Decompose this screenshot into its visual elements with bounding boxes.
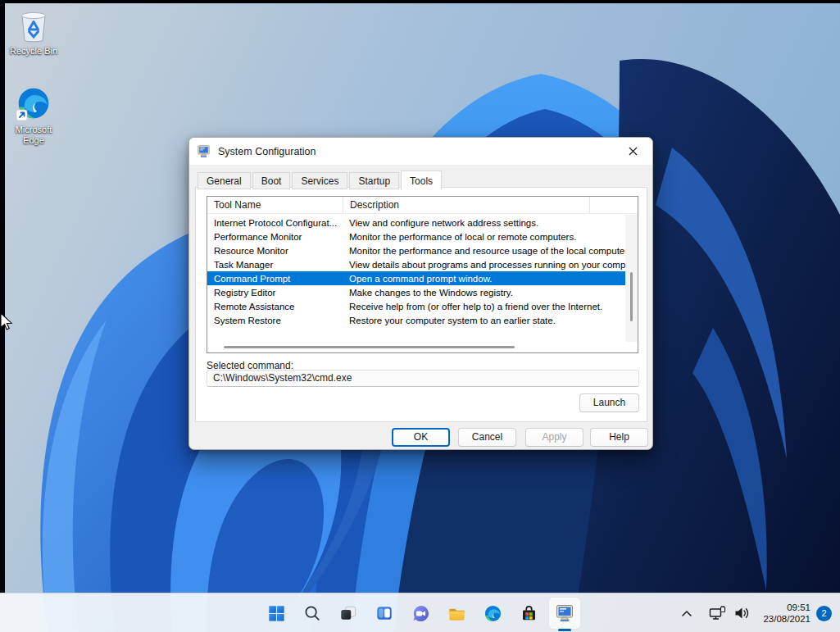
task-view-button[interactable]	[332, 597, 365, 630]
desktop: Recycle Bin Microsoft Edge System Config…	[0, 0, 840, 632]
search-button[interactable]	[296, 597, 329, 630]
clock-date: 23/08/2021	[763, 613, 810, 625]
selected-command-field[interactable]: C:\Windows\System32\cmd.exe	[207, 370, 639, 387]
active-app-indicator	[558, 629, 571, 631]
tray-overflow-button[interactable]	[676, 597, 697, 630]
desktop-icon-label: Recycle Bin	[2, 46, 66, 57]
desktop-icon-recycle-bin[interactable]: Recycle Bin	[2, 7, 66, 57]
edge-button[interactable]	[476, 597, 509, 630]
table-row[interactable]: Performance Monitor Monitor the performa…	[207, 230, 625, 243]
desktop-icon-microsoft-edge[interactable]: Microsoft Edge	[2, 85, 66, 146]
tab-startup[interactable]: Startup	[349, 172, 399, 189]
tab-general[interactable]: General	[198, 172, 251, 189]
tab-strip: General Boot Services Startup Tools	[198, 171, 443, 189]
tab-services[interactable]: Services	[292, 172, 347, 189]
screen-top-strip	[0, 0, 840, 3]
table-row[interactable]: Remote Assistance Receive help from (or …	[207, 299, 625, 313]
table-row[interactable]: Registry Editor Make changes to the Wind…	[207, 285, 625, 299]
tools-list: Tool Name Description Internet Protocol …	[207, 196, 638, 353]
launch-button[interactable]: Launch	[579, 393, 639, 412]
chat-button[interactable]	[404, 597, 437, 630]
vertical-scrollbar[interactable]	[625, 215, 638, 342]
chevron-up-icon	[681, 610, 692, 617]
taskbar-system-configuration-button[interactable]	[548, 597, 581, 630]
search-icon	[303, 604, 321, 622]
list-header[interactable]: Tool Name Description	[207, 197, 638, 214]
task-view-icon	[339, 604, 357, 622]
store-button[interactable]	[512, 597, 545, 630]
taskbar-clock[interactable]: 09:51 23/08/2021	[763, 602, 810, 625]
start-button[interactable]	[260, 597, 293, 630]
notification-badge[interactable]: 2	[816, 606, 832, 621]
table-row-selected[interactable]: Command Prompt Open a command prompt win…	[207, 271, 625, 285]
table-row[interactable]: Task Manager View details about programs…	[207, 257, 625, 271]
ok-button[interactable]: OK	[392, 428, 450, 447]
horizontal-scrollbar[interactable]	[207, 342, 625, 352]
volume-icon	[733, 605, 750, 621]
edge-icon	[15, 85, 52, 123]
chat-icon	[411, 604, 430, 623]
table-row[interactable]: Internet Protocol Configurat... View and…	[207, 216, 625, 230]
msconfig-icon	[555, 603, 574, 623]
apply-button: Apply	[525, 428, 583, 447]
taskbar-center	[260, 597, 581, 630]
system-configuration-window: System Configuration General Boot Servic…	[188, 137, 653, 450]
system-tray: 09:51 23/08/2021 2	[676, 593, 835, 632]
taskbar: 09:51 23/08/2021 2	[0, 593, 840, 632]
titlebar[interactable]: System Configuration	[189, 138, 652, 165]
tab-boot[interactable]: Boot	[252, 172, 291, 189]
widgets-button[interactable]	[368, 597, 401, 630]
desktop-icon-label: Microsoft Edge	[10, 125, 57, 146]
widgets-icon	[375, 604, 393, 622]
tools-tab-page: Tool Name Description Internet Protocol …	[195, 187, 647, 422]
network-ethernet-icon	[709, 605, 726, 621]
table-row[interactable]: Resource Monitor Monitor the performance…	[207, 243, 625, 257]
close-button[interactable]	[620, 141, 645, 162]
list-rows: Internet Protocol Configurat... View and…	[207, 216, 625, 327]
tab-tools[interactable]: Tools	[401, 171, 442, 190]
windows-start-icon	[267, 604, 285, 622]
help-button[interactable]: Help	[590, 428, 648, 447]
window-title: System Configuration	[218, 146, 316, 157]
column-header-description[interactable]: Description	[343, 197, 590, 213]
file-explorer-icon	[447, 604, 466, 623]
horizontal-scrollbar-thumb[interactable]	[224, 346, 515, 348]
column-header-tool-name[interactable]: Tool Name	[207, 197, 343, 213]
clock-time: 09:51	[763, 602, 810, 613]
recycle-bin-icon	[15, 7, 52, 44]
file-explorer-button[interactable]	[440, 597, 473, 630]
vertical-scrollbar-thumb[interactable]	[630, 272, 633, 321]
quick-settings-button[interactable]	[704, 597, 755, 630]
msconfig-icon	[197, 144, 211, 158]
cancel-button[interactable]: Cancel	[458, 428, 516, 447]
store-icon	[520, 604, 538, 623]
edge-icon	[484, 604, 502, 623]
table-row[interactable]: System Restore Restore your computer sys…	[207, 313, 625, 327]
close-icon	[629, 147, 638, 156]
